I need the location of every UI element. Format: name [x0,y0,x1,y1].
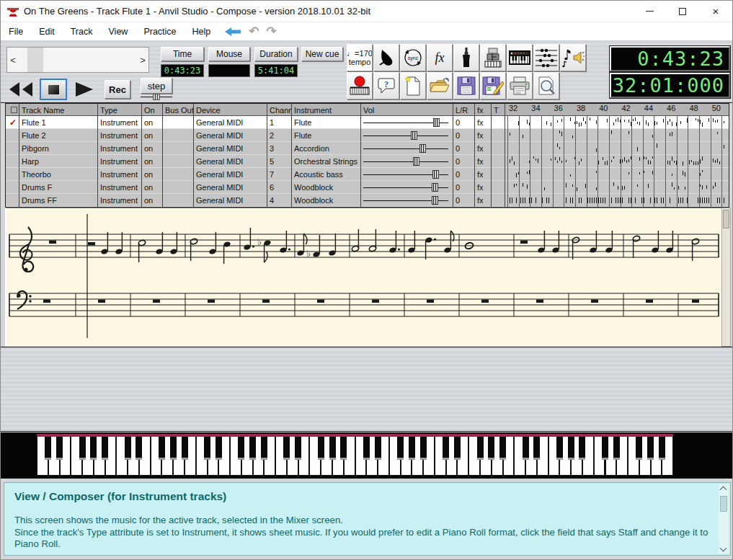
step-button[interactable]: step [141,78,172,94]
volume-slider-thumb[interactable] [432,196,438,205]
track-row-harp[interactable]: HarpInstrumentonGeneral MIDI5Orchestral … [6,155,729,168]
black-key[interactable] [363,437,370,460]
volume-slider-track[interactable] [363,148,448,149]
open-folder-button[interactable] [427,72,453,99]
volume-slider-thumb[interactable] [432,170,439,179]
notation-scrollbar-thumb[interactable] [723,210,729,228]
track-row-pibgorn[interactable]: PibgornInstrumentonGeneral MIDI3Accordio… [6,142,729,155]
black-key[interactable] [568,437,574,460]
black-key[interactable] [636,437,642,460]
sync-button[interactable]: sync [400,44,426,71]
play-button[interactable] [73,81,94,98]
black-key[interactable] [329,437,336,460]
print-preview-button[interactable] [533,72,559,99]
rewind-button[interactable] [6,81,34,98]
black-key[interactable] [397,437,404,460]
menu-help[interactable]: Help [185,24,219,40]
black-key[interactable] [249,437,256,460]
minimize-button[interactable] [633,1,666,22]
notation-scrollbar[interactable] [721,208,731,347]
volume-slider-track[interactable] [363,135,448,136]
black-key[interactable] [261,437,267,460]
help-scrollbar-thumb[interactable] [720,496,727,512]
black-key[interactable] [613,437,620,460]
column-header-instrument[interactable]: Instrument [291,104,360,116]
volume-slider-thumb[interactable] [419,144,426,153]
black-key[interactable] [90,437,97,460]
menu-view[interactable]: View [101,24,136,40]
sheet-music-area[interactable]: ♭♭ [5,208,721,347]
column-header-fx[interactable]: fx [474,104,491,116]
midi-interface-button[interactable] [480,44,506,71]
scroll-down-icon[interactable] [720,545,727,552]
column-header-on[interactable]: On [141,104,162,116]
black-key[interactable] [454,437,461,460]
scrollbar-thumb[interactable] [27,48,43,72]
black-key[interactable] [79,437,86,460]
new-cue-button[interactable]: New cue [301,47,343,61]
mouse-button[interactable]: Mouse [208,47,250,61]
ink-pen-button[interactable] [373,44,399,71]
column-header-busout[interactable]: Bus Out [162,104,193,116]
black-key[interactable] [533,437,540,460]
black-key[interactable] [340,437,347,460]
black-key[interactable] [523,437,529,460]
column-header-channel[interactable]: Channel [267,104,291,116]
scrollbar-track[interactable] [19,48,137,72]
column-header-lr[interactable]: L/R [453,104,474,116]
track-row-theorbo[interactable]: TheorboInstrumentonGeneral MIDI7Acoustic… [6,168,729,181]
black-key[interactable] [204,437,210,460]
black-key[interactable] [159,437,165,460]
record-keyboard-button[interactable] [347,72,373,99]
black-key[interactable] [375,437,381,460]
new-file-button[interactable] [400,72,426,99]
menu-edit[interactable]: Edit [31,24,63,40]
black-key[interactable] [238,437,244,460]
menu-practice[interactable]: Practice [136,24,184,40]
duration-button[interactable]: Duration [254,47,298,61]
maximize-button[interactable] [666,1,699,22]
volume-slider-thumb[interactable] [413,157,419,166]
step-slider-thumb[interactable] [153,94,160,100]
column-header-trackname[interactable]: Track Name [19,104,97,116]
back-arrow-icon[interactable] [224,27,241,37]
black-key[interactable] [56,437,63,460]
black-key[interactable] [182,437,188,460]
track-row-drums-f[interactable]: Drums FInstrumentonGeneral MIDI6Woodbloc… [6,181,729,194]
column-header-vol[interactable]: Vol [360,104,453,116]
midi-keyboard-button[interactable] [507,44,533,71]
fx-button[interactable]: fx [427,44,453,71]
stop-button[interactable] [40,79,67,100]
black-key[interactable] [659,437,665,460]
black-key[interactable] [136,437,142,460]
menu-track[interactable]: Track [63,24,101,40]
audio-jack-button[interactable] [453,44,479,71]
black-key[interactable] [45,437,51,460]
scroll-right-icon[interactable]: > [137,55,148,66]
black-key[interactable] [443,437,449,460]
black-key[interactable] [170,437,177,460]
tempo-button[interactable]: ♩=170tempo [347,44,373,71]
black-key[interactable] [102,437,108,460]
step-slider[interactable] [141,94,172,101]
save-as-button[interactable] [480,72,506,99]
save-button[interactable] [453,72,479,99]
black-key[interactable] [477,437,484,460]
mixer-events-button[interactable] [533,44,559,71]
black-key[interactable] [318,437,324,460]
volume-slider-track[interactable] [363,161,448,162]
column-header-type[interactable]: Type [97,104,141,116]
black-key[interactable] [420,437,427,460]
black-key[interactable] [556,437,563,460]
scroll-left-icon[interactable]: < [7,55,19,66]
black-key[interactable] [579,437,585,460]
help-scrollbar[interactable] [719,484,729,554]
scroll-up-icon[interactable] [720,486,727,494]
redo-icon[interactable]: ↷ [267,24,277,39]
black-key[interactable] [125,437,131,460]
track-row-flute-1[interactable]: ✓Flute 1InstrumentonGeneral MIDI1Flute0f… [6,116,729,129]
record-button[interactable]: Rec [105,80,130,99]
black-key[interactable] [499,437,506,460]
close-button[interactable]: × [699,1,732,22]
help-bubble-button[interactable]: ? [373,72,399,99]
